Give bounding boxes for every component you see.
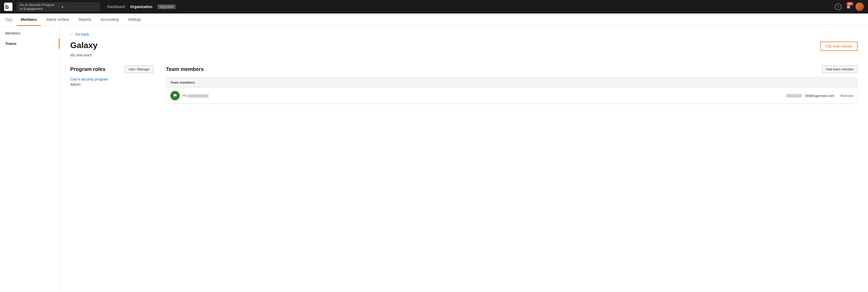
nav-right: ? 131 xyxy=(835,3,864,11)
notification-badge: 131 xyxy=(846,2,854,5)
sidebar-item-teams[interactable]: Teams xyxy=(0,38,60,49)
team-members-title: Team members xyxy=(166,66,204,72)
user-avatar[interactable] xyxy=(856,3,864,11)
remove-member-link[interactable]: Remove xyxy=(841,94,853,98)
notification-icon[interactable]: 131 xyxy=(846,4,851,10)
search-bar[interactable]: Go to Security Program or Engagement ▾ xyxy=(17,2,100,11)
edit-team-button[interactable]: Edit team details xyxy=(820,41,858,51)
go-back-link[interactable]: ← Go back xyxy=(70,32,858,36)
secondary-nav: Org Members Attack surface Reports Accou… xyxy=(0,13,868,26)
content: ← Go back Galaxy Edit team details My ne… xyxy=(60,26,868,292)
member-prefix: As xyxy=(183,94,188,97)
team-members-section: Team members Add team member Team member… xyxy=(166,65,858,104)
member-avatar xyxy=(170,91,180,100)
program-roles-section: Program roles Add / Manage Ciso's securi… xyxy=(70,65,153,87)
tab-members[interactable]: Members xyxy=(17,13,41,26)
member-email: 00@bugcrowd.com xyxy=(805,94,834,98)
sidebar: Members Teams xyxy=(0,26,60,292)
org-label: Org xyxy=(4,18,13,22)
table-row: As 00@bugcrowd.com Remove xyxy=(166,88,857,104)
table-header: Team members xyxy=(166,77,857,88)
help-icon[interactable]: ? xyxy=(835,3,841,10)
program-roles-header: Program roles Add / Manage xyxy=(70,65,153,73)
top-nav: b Go to Security Program or Engagement ▾… xyxy=(0,0,868,13)
tab-accounting[interactable]: Accounting xyxy=(96,13,123,26)
member-name-blurred xyxy=(188,94,209,98)
team-header: Galaxy Edit team details xyxy=(70,40,858,51)
add-team-member-button[interactable]: Add team member xyxy=(822,65,858,73)
search-divider xyxy=(58,5,59,9)
program-roles-title: Program roles xyxy=(70,66,105,72)
program-role-label: Admin xyxy=(70,83,153,87)
team-name: Galaxy xyxy=(70,40,97,50)
help-label: ? xyxy=(837,5,839,9)
member-extra-blurred xyxy=(786,94,802,97)
main-layout: Members Teams ← Go back Galaxy Edit team… xyxy=(0,26,868,292)
go-back-label: Go back xyxy=(75,32,89,36)
back-arrow-icon: ← xyxy=(70,32,74,36)
team-members-table: Team members As 00@b xyxy=(166,77,858,104)
two-col-layout: Program roles Add / Manage Ciso's securi… xyxy=(70,65,858,104)
tab-settings[interactable]: Settings xyxy=(124,13,146,26)
sidebar-item-members[interactable]: Members xyxy=(0,28,60,38)
tab-attack-surface[interactable]: Attack surface xyxy=(42,13,73,26)
search-placeholder: Go to Security Program or Engagement xyxy=(20,3,55,11)
member-info: As xyxy=(183,94,783,97)
program-link[interactable]: Ciso's security program xyxy=(70,77,153,81)
nav-dashboard[interactable]: Dashboard xyxy=(107,5,125,9)
org-badge: Org name xyxy=(158,4,176,9)
nav-organization[interactable]: Organization xyxy=(130,5,153,9)
tab-reports[interactable]: Reports xyxy=(74,13,95,26)
nav-links: Dashboard Organization Org name xyxy=(107,4,179,9)
svg-text:b: b xyxy=(5,4,8,10)
team-description: My new team xyxy=(70,53,858,57)
logo[interactable]: b xyxy=(4,3,12,11)
team-members-header: Team members Add team member xyxy=(166,65,858,73)
chevron-down-icon[interactable]: ▾ xyxy=(62,5,97,9)
add-manage-button[interactable]: Add / Manage xyxy=(125,65,153,73)
